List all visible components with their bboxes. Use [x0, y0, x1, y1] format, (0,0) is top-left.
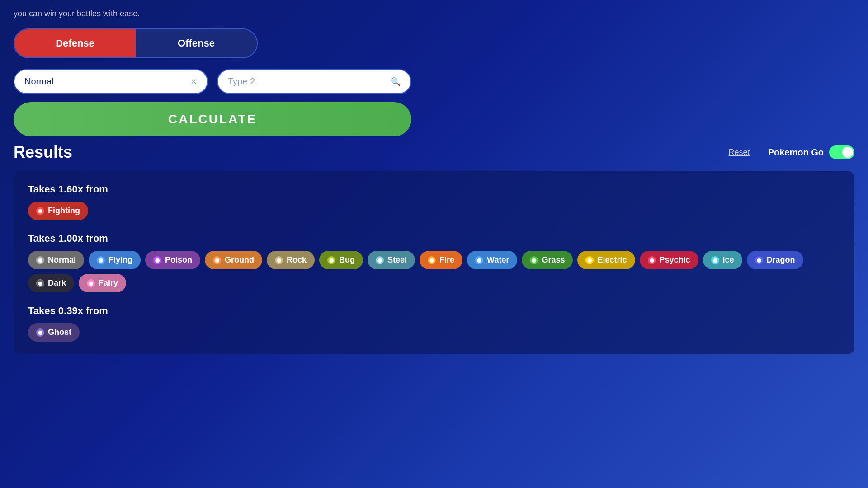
type-badge-normal[interactable]: ⬤Normal — [28, 251, 84, 269]
fairy-dot: ⬤ — [87, 279, 95, 287]
type-badge-ice[interactable]: ⬤Ice — [703, 251, 742, 269]
pokemon-go-switch[interactable] — [829, 145, 854, 159]
multiplier-label: Takes 1.60x from — [28, 183, 840, 195]
inputs-row: ✕ 🔍 — [14, 69, 411, 94]
bug-label: Bug — [339, 255, 355, 265]
flying-dot: ⬤ — [97, 256, 105, 264]
type-badge-water[interactable]: ⬤Water — [467, 251, 517, 269]
bug-dot: ⬤ — [327, 256, 335, 264]
type1-input-wrapper: ✕ — [14, 69, 208, 94]
type-badge-flying[interactable]: ⬤Flying — [89, 251, 141, 269]
ghost-dot: ⬤ — [36, 328, 44, 337]
type-badge-poison[interactable]: ⬤Poison — [145, 251, 200, 269]
results-section: Takes 1.60x from⬤FightingTakes 1.00x fro… — [14, 171, 854, 354]
psychic-label: Psychic — [660, 255, 690, 265]
dragon-dot: ⬤ — [755, 256, 763, 264]
results-title: Results — [14, 143, 72, 162]
fighting-dot: ⬤ — [36, 207, 44, 215]
pokemon-go-toggle: Pokemon Go — [768, 145, 854, 159]
poison-label: Poison — [165, 255, 192, 265]
type-badge-fighting[interactable]: ⬤Fighting — [28, 202, 88, 220]
mode-toggle: Defense Offense — [14, 28, 258, 58]
type2-input[interactable] — [228, 76, 391, 87]
type2-input-wrapper: 🔍 — [217, 69, 411, 94]
type-badge-ghost[interactable]: ⬤Ghost — [28, 323, 80, 342]
dragon-label: Dragon — [767, 255, 795, 265]
type1-input[interactable] — [24, 76, 190, 87]
type-badge-dark[interactable]: ⬤Dark — [28, 274, 74, 292]
multiplier-label: Takes 0.39x from — [28, 305, 840, 317]
type-badge-rock[interactable]: ⬤Rock — [267, 251, 315, 269]
grass-dot: ⬤ — [530, 256, 538, 264]
multiplier-label: Takes 1.00x from — [28, 233, 840, 244]
psychic-dot: ⬤ — [648, 256, 656, 264]
result-group: Takes 0.39x from⬤Ghost — [28, 305, 840, 342]
flying-label: Flying — [108, 255, 132, 265]
steel-label: Steel — [387, 255, 407, 265]
type-badge-electric[interactable]: ⬤Electric — [577, 251, 635, 269]
type-badge-grass[interactable]: ⬤Grass — [522, 251, 573, 269]
results-header: Results Reset Pokemon Go — [14, 143, 854, 162]
normal-label: Normal — [48, 255, 76, 265]
electric-label: Electric — [597, 255, 627, 265]
fire-dot: ⬤ — [428, 256, 436, 264]
type-badge-dragon[interactable]: ⬤Dragon — [747, 251, 803, 269]
type-badge-bug[interactable]: ⬤Bug — [319, 251, 363, 269]
type-badge-ground[interactable]: ⬤Ground — [205, 251, 262, 269]
electric-dot: ⬤ — [585, 256, 594, 264]
result-group: Takes 1.60x from⬤Fighting — [28, 183, 840, 220]
rock-dot: ⬤ — [275, 256, 283, 264]
dark-dot: ⬤ — [36, 279, 44, 287]
type-badges: ⬤Fighting — [28, 202, 840, 220]
calculate-button[interactable]: CALCULATE — [14, 102, 411, 136]
subtitle: you can win your battles with ease. — [14, 9, 854, 19]
fairy-label: Fairy — [99, 278, 118, 288]
search-icon[interactable]: 🔍 — [391, 77, 401, 87]
ground-label: Ground — [225, 255, 254, 265]
clear-icon[interactable]: ✕ — [190, 77, 197, 87]
pokemon-go-label: Pokemon Go — [768, 147, 824, 158]
type-badge-steel[interactable]: ⬤Steel — [368, 251, 415, 269]
reset-link[interactable]: Reset — [729, 148, 750, 157]
ice-label: Ice — [723, 255, 734, 265]
defense-button[interactable]: Defense — [14, 29, 136, 57]
type-badges: ⬤Normal⬤Flying⬤Poison⬤Ground⬤Rock⬤Bug⬤St… — [28, 251, 840, 292]
offense-button[interactable]: Offense — [136, 29, 257, 57]
water-label: Water — [487, 255, 509, 265]
rock-label: Rock — [287, 255, 307, 265]
fire-label: Fire — [439, 255, 454, 265]
type-badges: ⬤Ghost — [28, 323, 840, 342]
steel-dot: ⬤ — [376, 256, 384, 264]
type-badge-psychic[interactable]: ⬤Psychic — [640, 251, 698, 269]
type-badge-fire[interactable]: ⬤Fire — [420, 251, 462, 269]
type-badge-fairy[interactable]: ⬤Fairy — [79, 274, 126, 292]
fighting-label: Fighting — [48, 206, 80, 216]
grass-label: Grass — [542, 255, 565, 265]
poison-dot: ⬤ — [153, 256, 161, 264]
dark-label: Dark — [48, 278, 66, 288]
ghost-label: Ghost — [48, 328, 71, 337]
water-dot: ⬤ — [475, 256, 483, 264]
normal-dot: ⬤ — [36, 256, 44, 264]
result-group: Takes 1.00x from⬤Normal⬤Flying⬤Poison⬤Gr… — [28, 233, 840, 292]
ground-dot: ⬤ — [213, 256, 221, 264]
ice-dot: ⬤ — [711, 256, 719, 264]
